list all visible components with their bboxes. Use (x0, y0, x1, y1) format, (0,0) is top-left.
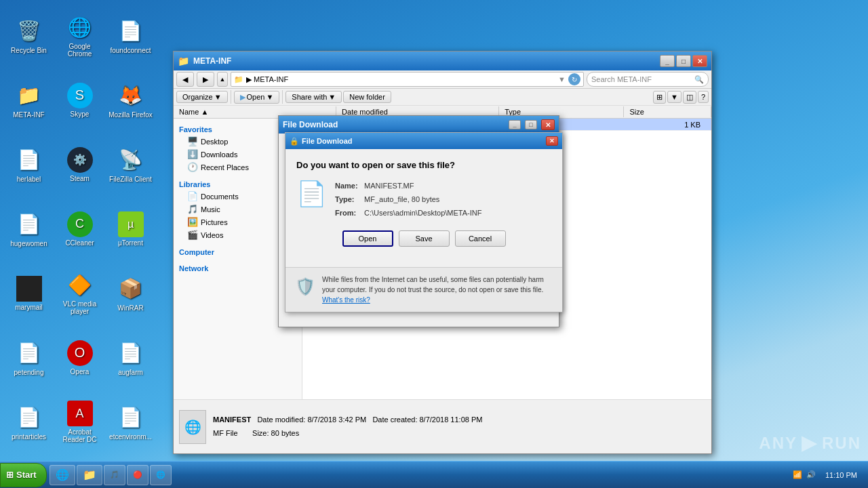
new-folder-button[interactable]: New folder (343, 91, 391, 103)
icon-opera[interactable]: O Opera (54, 325, 105, 390)
search-icon: 🔍 (694, 75, 704, 84)
tray-volume-icon: 🔊 (806, 470, 816, 479)
up-button[interactable]: ▲ (217, 72, 228, 87)
open-button[interactable]: ▶ Open ▼ (234, 91, 280, 104)
taskbar: ⊞ Start 🌐 📁 🎵 🔴 🌐 📶 🔊 11:10 PM (0, 461, 868, 488)
start-button[interactable]: ⊞ Start (0, 463, 47, 487)
documents-icon: 📄 (187, 191, 198, 201)
inner-dialog-titlebar[interactable]: 🔒 File Download ✕ (285, 133, 562, 149)
videos-icon: 🎬 (187, 230, 198, 240)
tray-clock: 11:10 PM (820, 471, 863, 479)
search-bar[interactable]: Search META-INF 🔍 (587, 72, 709, 87)
forward-button[interactable]: ▶ (197, 72, 214, 87)
file-status-info: MANIFEST Date modified: 8/7/2018 3:42 PM… (213, 413, 482, 441)
taskbar-media[interactable]: 🎵 (104, 465, 125, 485)
icon-filezilla[interactable]: 📡 FileZilla Client (105, 132, 156, 197)
dialog-warning: 🛡️ While files from the Internet can be … (285, 267, 562, 312)
icon-meta-inf[interactable]: 📁 META-INF (3, 68, 54, 132)
dialog-main-content: Do you want to open or save this file? 📄… (285, 149, 562, 267)
file-download-inner-dialog: 🔒 File Download ✕ Do you want to open or… (285, 132, 563, 312)
open-file-button[interactable]: Open (342, 230, 393, 247)
icon-foundconnect[interactable]: 📄 foundconnect (105, 3, 156, 68)
file-large-icon: 📄 (296, 180, 327, 208)
outer-restore-button[interactable]: □ (525, 120, 537, 129)
share-button[interactable]: Share with ▼ (285, 91, 342, 103)
pictures-icon: 🖼️ (187, 217, 198, 227)
icon-ccleaner[interactable]: C CCleaner (54, 197, 105, 261)
close-button[interactable]: ✕ (692, 55, 707, 67)
minimize-button[interactable]: _ (660, 55, 675, 67)
desktop-icon: 🖥️ (187, 136, 198, 146)
dialog-question: Do you want to open or save this file? (296, 160, 551, 170)
save-file-button[interactable]: Save (399, 230, 450, 247)
whats-the-risk-link[interactable]: What's the risk? (322, 296, 370, 304)
recent-icon: 🕐 (187, 162, 198, 172)
warning-icon: 🛡️ (295, 274, 315, 299)
anyrun-watermark: ANY ▶ RUN (759, 432, 861, 454)
preview-pane-button[interactable]: ◫ (683, 91, 696, 104)
ie-icon: 🌐 (56, 468, 69, 481)
icon-hugewomen[interactable]: 📄 hugewomen (3, 197, 54, 261)
file-explorer-titlebar[interactable]: 📁 META-INF _ □ ✕ (174, 52, 711, 70)
icon-petending[interactable]: 📄 petending (3, 325, 54, 390)
security-icon: 🔒 (290, 137, 299, 146)
file-info-row: 📄 Name: MANIFEST.MF Type: MF_auto_file, … (296, 180, 551, 220)
icon-vlc[interactable]: 🔶 VLC media player (54, 261, 105, 325)
dialog-buttons-row: Open Save Cancel (296, 230, 551, 247)
window-title: META-INF (193, 56, 656, 66)
icon-printarticles[interactable]: 📄 printarticles (3, 390, 54, 454)
icon-acrobat[interactable]: A Acrobat Reader DC (54, 390, 105, 454)
cancel-download-button[interactable]: Cancel (455, 230, 506, 247)
file-download-outer-titlebar[interactable]: File Download _ □ ✕ (279, 116, 559, 134)
tray-network-icon: 📶 (793, 470, 802, 479)
explorer-menubar: Organize ▼ ▶ Open ▼ Share with ▼ New fol… (174, 89, 711, 106)
open-chevron: ▼ (266, 93, 273, 101)
icon-utorrent[interactable]: µ µTorrent (105, 197, 156, 261)
explorer-toolbar: ◀ ▶ ▲ 📁 ▶ META-INF ▼ ↻ Search META-INF 🔍 (174, 70, 711, 89)
icon-winrar[interactable]: 📦 WinRAR (105, 261, 156, 325)
file-size: 1 KB (644, 121, 706, 129)
outer-close-button[interactable]: ✕ (541, 119, 555, 130)
share-chevron: ▼ (328, 93, 336, 101)
back-button[interactable]: ◀ (176, 72, 194, 87)
icon-marymail[interactable]: marymail (3, 261, 54, 325)
explorer-statusbar: 🌐 MANIFEST Date modified: 8/7/2018 3:42 … (174, 399, 711, 453)
icon-mozilla-firefox[interactable]: 🦊 Mozilla Firefox (105, 68, 156, 132)
outer-minimize-button[interactable]: _ (509, 120, 521, 129)
downloads-icon: ⬇️ (187, 149, 198, 159)
taskbar-chrome[interactable]: 🌐 (150, 465, 172, 485)
window-controls: _ □ ✕ (660, 55, 707, 67)
view-options-button[interactable]: ▼ (667, 91, 682, 103)
inner-close-button[interactable]: ✕ (546, 136, 558, 146)
organize-chevron: ▼ (214, 93, 222, 101)
inner-dialog-title: File Download (302, 137, 353, 145)
taskbar-ie[interactable]: 🌐 (50, 465, 75, 485)
organize-button[interactable]: Organize ▼ (176, 91, 228, 103)
help-button[interactable]: ? (698, 91, 709, 103)
preview-icon: 🌐 (179, 410, 206, 444)
system-tray: 📶 🔊 11:10 PM (787, 470, 868, 479)
icon-steam[interactable]: ⚙️ Steam (54, 132, 105, 197)
col-size[interactable]: Size (624, 106, 711, 117)
icon-skype[interactable]: S Skype (54, 68, 105, 132)
taskbar-folder[interactable]: 📁 (77, 465, 102, 485)
windows-icon: ⊞ (6, 470, 14, 480)
view-list-button[interactable]: ⊞ (653, 91, 666, 104)
file-details: Name: MANIFEST.MF Type: MF_auto_file, 80… (335, 180, 481, 220)
taskbar-norton[interactable]: 🔴 (127, 465, 149, 485)
chrome-taskbar-icon: 🌐 (156, 470, 165, 479)
restore-button[interactable]: □ (676, 55, 691, 67)
icon-augfarm[interactable]: 📄 augfarm (105, 325, 156, 390)
refresh-icon[interactable]: ↻ (568, 73, 580, 85)
folder-icon: 📁 (83, 468, 96, 481)
address-bar[interactable]: 📁 ▶ META-INF ▼ ↻ (231, 72, 584, 87)
taskbar-items: 🌐 📁 🎵 🔴 🌐 (47, 465, 787, 485)
media-icon: 🎵 (110, 470, 119, 479)
outer-dialog-title: File Download (283, 120, 505, 129)
icon-recycle-bin[interactable]: 🗑️ Recycle Bin (3, 3, 54, 68)
title-icon: 📁 (178, 56, 189, 66)
music-icon: 🎵 (187, 204, 198, 214)
icon-google-chrome[interactable]: 🌐 Google Chrome (54, 3, 105, 68)
icon-herlabel[interactable]: 📄 herlabel (3, 132, 54, 197)
icon-etcenvironm[interactable]: 📄 etcenvironm... (105, 390, 156, 454)
